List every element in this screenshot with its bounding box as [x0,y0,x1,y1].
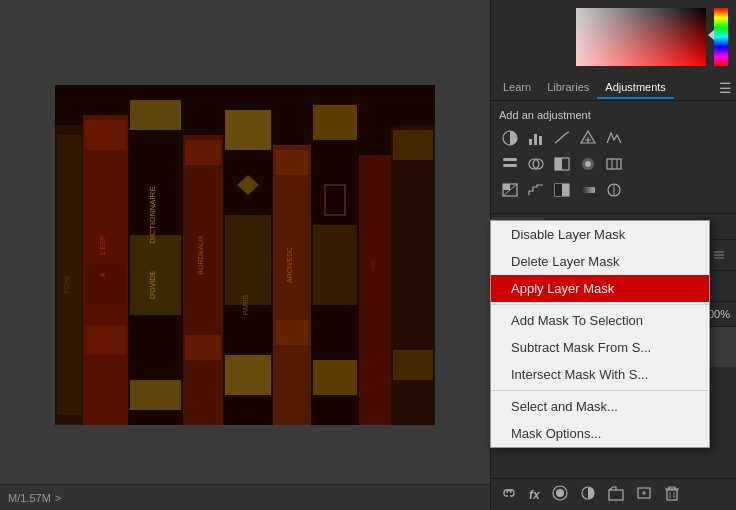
color-vertical-bar[interactable] [714,8,728,66]
context-menu-add-mask[interactable]: Add Mask To Selection [491,307,709,334]
color-gradient-inner [576,8,706,66]
curves-icon[interactable] [551,127,573,149]
tabs-row: Learn Libraries Adjustments ☰ [491,75,736,101]
books-svg: TONI L'ESP A DICTIONNAIRE [55,85,435,425]
context-menu-select-mask[interactable]: Select and Mask... [491,393,709,420]
vibrance-icon[interactable] [603,127,625,149]
tab-learn[interactable]: Learn [495,77,539,99]
posterize-icon[interactable] [525,179,547,201]
context-menu-delete[interactable]: Delete Layer Mask [491,248,709,275]
status-bar: M/1.57M > [0,484,490,510]
svg-rect-50 [503,164,517,167]
gradient-map-icon[interactable] [577,179,599,201]
levels-icon[interactable] [525,127,547,149]
context-menu-intersect-mask[interactable]: Intersect Mask With S... [491,361,709,388]
black-white-icon[interactable] [551,153,573,175]
panel-menu-button[interactable]: ☰ [719,80,732,96]
context-menu-divider-2 [491,390,709,391]
adjustment-icons-row-1 [499,127,728,149]
svg-rect-43 [529,139,532,145]
svg-point-56 [585,161,591,167]
threshold-icon[interactable] [551,179,573,201]
svg-point-92 [556,489,564,497]
color-picker-area [491,0,736,75]
tab-adjustments[interactable]: Adjustments [597,77,674,99]
context-menu: Disable Layer Mask Delete Layer Mask App… [490,220,710,448]
svg-rect-65 [562,184,569,196]
link-layers-button[interactable] [499,483,519,506]
fx-button[interactable]: fx [527,486,542,504]
adjustment-section: Add an adjustment [491,101,736,214]
svg-rect-44 [534,134,537,145]
layers-bottom-bar: fx [491,478,736,510]
svg-rect-66 [581,187,595,193]
canvas-wrapper: TONI L'ESP A DICTIONNAIRE [0,0,490,510]
hue-saturation-icon[interactable] [499,153,521,175]
svg-rect-62 [503,184,510,190]
svg-rect-45 [539,136,542,145]
file-size: M/1.57M [8,492,51,504]
add-mask-button[interactable] [550,483,570,506]
photo-filter-icon[interactable] [577,153,599,175]
color-gradient[interactable] [576,8,706,66]
context-menu-mask-options[interactable]: Mask Options... [491,420,709,447]
brightness-contrast-icon[interactable] [499,127,521,149]
books-image: TONI L'ESP A DICTIONNAIRE [55,85,435,425]
context-menu-subtract-mask[interactable]: Subtract Mask From S... [491,334,709,361]
svg-rect-49 [503,158,517,161]
context-menu-disable[interactable]: Disable Layer Mask [491,221,709,248]
adjustment-icons-row-2 [499,153,728,175]
selective-color-icon[interactable] [603,179,625,201]
invert-icon[interactable] [499,179,521,201]
new-group-button[interactable] [606,483,626,506]
svg-rect-54 [555,158,562,170]
adjustment-title: Add an adjustment [499,109,728,121]
channel-mixer-icon[interactable] [603,153,625,175]
adjustment-icons-row-3 [499,179,728,201]
context-menu-divider-1 [491,304,709,305]
canvas-image: TONI L'ESP A DICTIONNAIRE [55,85,435,425]
color-balance-icon[interactable] [525,153,547,175]
new-layer-button[interactable] [634,483,654,506]
svg-rect-41 [55,85,435,425]
exposure-icon[interactable] [577,127,599,149]
svg-rect-57 [607,159,621,169]
canvas-area: TONI L'ESP A DICTIONNAIRE [0,0,490,510]
delete-layer-button[interactable] [662,483,682,506]
status-arrow[interactable]: > [55,492,61,504]
svg-rect-64 [555,184,562,196]
context-menu-apply[interactable]: Apply Layer Mask [491,275,709,302]
tab-libraries[interactable]: Libraries [539,77,597,99]
svg-rect-94 [609,490,623,500]
new-adjustment-button[interactable] [578,483,598,506]
filter-icon-4[interactable] [708,244,730,266]
svg-rect-98 [667,490,677,500]
